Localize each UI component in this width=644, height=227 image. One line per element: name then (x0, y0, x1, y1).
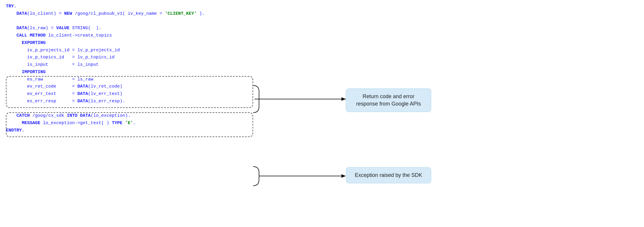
code-line-5: CALL METHOD lo_client->create_topics (6, 32, 271, 40)
annotation-box-2: Exception raised by the SDK (346, 167, 431, 183)
annotation-box-2-text: Exception raised by the SDK (346, 167, 431, 183)
dashed-box-catch (6, 112, 253, 137)
code-line-4: DATA(ls_raw) = VALUE STRING( ). (6, 25, 271, 32)
annotation-box-1-text: Return code and error response from Goog… (346, 88, 431, 112)
code-wrapper: TRY. DATA(lo_client) = NEW /goog/cl_pubs… (6, 3, 638, 224)
code-line-10: IMPORTING (6, 69, 271, 76)
main-container: TRY. DATA(lo_client) = NEW /goog/cl_pubs… (0, 0, 644, 227)
code-line-8: iv_p_topics_id = lv_p_topics_id (6, 54, 271, 61)
code-line-3 (6, 18, 271, 25)
code-line-6: EXPORTING (6, 40, 271, 47)
code-line-2: DATA(lo_client) = NEW /goog/cl_pubsub_v1… (6, 10, 271, 18)
svg-marker-1 (341, 97, 346, 101)
annotation-box-1: Return code and error response from Goog… (346, 88, 431, 112)
code-line-7: iv_p_projects_id = lv_p_projects_id (6, 47, 271, 54)
code-section: TRY. DATA(lo_client) = NEW /goog/cl_pubs… (6, 3, 271, 134)
code-line-1: TRY. (6, 3, 271, 10)
code-line-9: is_input = ls_input (6, 61, 271, 69)
svg-marker-3 (341, 174, 346, 178)
dashed-box-imports (6, 76, 253, 108)
